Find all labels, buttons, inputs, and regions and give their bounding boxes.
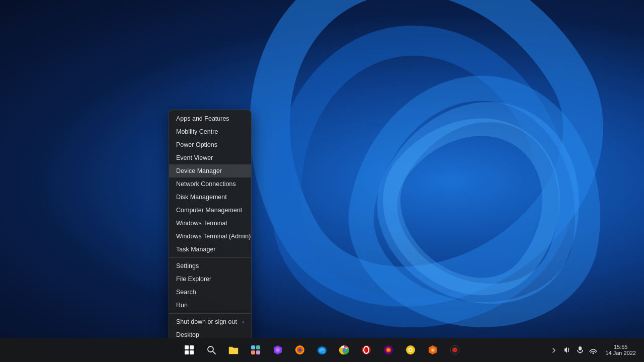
menu-item-label: Event Viewer — [176, 154, 213, 161]
taskbar: 15:55 14 Jan 2022 — [0, 338, 644, 362]
tray-volume[interactable] — [561, 344, 573, 356]
menu-item-label: Desktop — [176, 331, 199, 338]
svg-point-30 — [452, 347, 457, 352]
menu-item-label: Windows Terminal — [176, 220, 227, 227]
menu-item-windows-terminal[interactable]: Windows Terminal — [169, 217, 251, 230]
taskbar-brave-orange[interactable] — [423, 340, 443, 360]
taskbar-chrome[interactable] — [334, 340, 354, 360]
start-button[interactable] — [179, 340, 199, 360]
svg-point-17 — [343, 348, 346, 352]
menu-item-label: Windows Terminal (Admin) — [176, 233, 251, 240]
svg-rect-2 — [251, 345, 255, 349]
firefox-nightly-icon — [382, 344, 394, 356]
menu-item-file-explorer[interactable]: File Explorer — [169, 273, 251, 286]
svg-point-22 — [387, 349, 390, 351]
menu-item-task-manager[interactable]: Task Manager — [169, 243, 251, 256]
menu-item-apps-features[interactable]: Apps and Features — [169, 112, 251, 125]
menu-item-event-viewer[interactable]: Event Viewer — [169, 151, 251, 164]
svg-point-25 — [410, 349, 412, 351]
edge-icon — [316, 344, 328, 356]
menu-item-label: Device Manager — [176, 167, 222, 174]
taskbar-firefox[interactable] — [290, 340, 310, 360]
chrome-icon — [338, 344, 350, 356]
taskbar-brave-alt[interactable] — [268, 340, 288, 360]
chrome-canary-icon — [405, 344, 417, 356]
menu-item-label: Mobility Centre — [176, 128, 218, 135]
taskbar-edge[interactable] — [312, 340, 332, 360]
tray-mic[interactable] — [574, 344, 586, 356]
svg-rect-3 — [256, 345, 260, 349]
widgets-icon — [250, 344, 261, 355]
tray-network[interactable] — [587, 344, 599, 356]
menu-item-run[interactable]: Run — [169, 299, 251, 312]
opera-gx-icon — [360, 344, 372, 356]
menu-item-power-options[interactable]: Power Options — [169, 138, 251, 151]
system-tray-icons — [548, 344, 599, 356]
menu-divider — [169, 313, 251, 314]
menu-item-network-connections[interactable]: Network Connections — [169, 177, 251, 191]
mic-icon — [577, 346, 584, 354]
taskbar-center-icons — [179, 340, 465, 360]
menu-item-windows-terminal-admin[interactable]: Windows Terminal (Admin) — [169, 230, 251, 243]
menu-item-settings[interactable]: Settings — [169, 259, 251, 273]
taskbar-firefox-nightly[interactable] — [378, 340, 398, 360]
search-icon — [206, 345, 216, 355]
brave-alt-icon — [272, 344, 284, 356]
menu-item-label: Search — [176, 289, 196, 296]
menu-item-search[interactable]: Search — [169, 286, 251, 299]
network-icon — [589, 346, 597, 354]
windows-logo-icon — [185, 345, 194, 354]
menu-item-label: Computer Management — [176, 207, 242, 214]
menu-item-shutdown-signout[interactable]: Shut down or sign out› — [169, 315, 251, 328]
swirl-decoration — [0, 0, 644, 362]
svg-rect-4 — [251, 350, 255, 354]
svg-line-1 — [213, 351, 215, 354]
menu-item-label: Disk Management — [176, 194, 227, 201]
taskbar-file-explorer[interactable] — [223, 340, 244, 360]
menu-item-device-manager[interactable]: Device Manager — [169, 164, 251, 177]
context-menu: Apps and FeaturesMobility CentrePower Op… — [169, 110, 252, 344]
menu-item-computer-management[interactable]: Computer Management — [169, 204, 251, 217]
desktop-background — [0, 0, 644, 362]
firefox-icon — [294, 344, 306, 356]
clock-date: 14 Jan 2022 — [605, 350, 636, 356]
menu-item-label: Task Manager — [176, 246, 216, 253]
menu-item-label: Settings — [176, 262, 199, 269]
taskbar-search-button[interactable] — [201, 340, 221, 360]
system-clock[interactable]: 15:55 14 Jan 2022 — [601, 344, 640, 356]
svg-point-33 — [593, 352, 594, 354]
submenu-arrow-icon: › — [243, 319, 244, 325]
menu-item-label: File Explorer — [176, 276, 211, 283]
taskbar-widgets[interactable] — [246, 340, 266, 360]
svg-rect-5 — [256, 350, 260, 354]
menu-item-label: Apps and Features — [176, 115, 229, 122]
menu-item-label: Shut down or sign out — [176, 318, 237, 325]
taskbar-opera-gx[interactable] — [356, 340, 376, 360]
brave-orange-icon — [427, 344, 439, 356]
menu-item-mobility-centre[interactable]: Mobility Centre — [169, 125, 251, 138]
volume-icon — [563, 346, 571, 354]
svg-point-0 — [208, 346, 213, 352]
menu-divider — [169, 257, 251, 258]
taskbar-system-tray: 15:55 14 Jan 2022 — [548, 344, 640, 356]
svg-point-11 — [298, 348, 301, 351]
taskbar-chrome-canary[interactable] — [400, 340, 421, 360]
menu-item-disk-management[interactable]: Disk Management — [169, 191, 251, 204]
tray-chevron[interactable] — [548, 344, 560, 356]
record-icon — [449, 344, 461, 356]
menu-item-label: Network Connections — [176, 180, 236, 188]
folder-icon — [228, 344, 239, 355]
svg-rect-31 — [579, 346, 582, 350]
svg-point-14 — [320, 350, 326, 353]
menu-item-label: Run — [176, 302, 188, 309]
taskbar-record[interactable] — [445, 340, 465, 360]
menu-item-label: Power Options — [176, 141, 217, 148]
clock-time: 15:55 — [614, 344, 628, 350]
